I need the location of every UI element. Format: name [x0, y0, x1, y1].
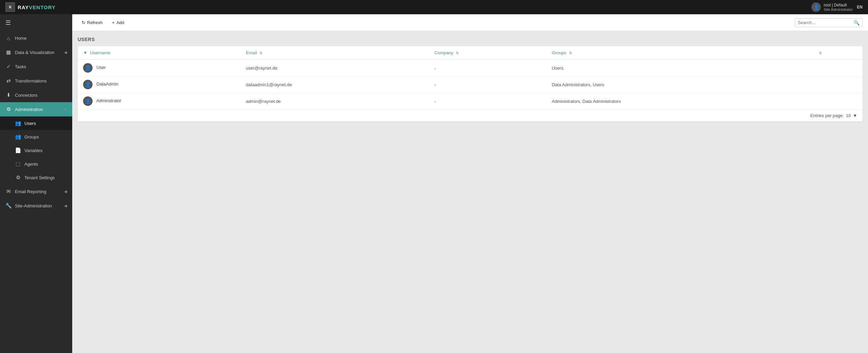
- cell-username: 👤 User: [78, 60, 240, 76]
- entries-value: 10: [846, 113, 851, 118]
- sidebar-item-connectors[interactable]: ⬇ Connectors: [0, 88, 72, 102]
- topbar: R RAYVENTORY 👤 root | Default Site Admin…: [0, 0, 868, 14]
- entries-label: Entries per page:: [810, 113, 844, 118]
- chevron-left-icon: ◀: [64, 204, 67, 208]
- sidebar-item-agents[interactable]: ⬚ Agents: [0, 157, 72, 171]
- tenant-settings-icon: ⚙: [15, 174, 21, 181]
- cell-email: admin@raynet.de: [240, 93, 429, 110]
- col-header-actions: ⇅: [812, 46, 863, 60]
- sidebar-sub-label: Users: [24, 121, 36, 126]
- transformations-icon: ⇄: [5, 78, 12, 84]
- language-badge[interactable]: EN: [857, 5, 863, 10]
- sort-icon: ⇅: [259, 51, 262, 55]
- home-icon: ⌂: [5, 35, 12, 41]
- sort-icon: ⇅: [819, 51, 822, 55]
- avatar: 👤: [811, 2, 821, 12]
- sidebar-item-label: Email Reporting: [15, 189, 61, 194]
- refresh-icon: ↻: [82, 20, 85, 25]
- sidebar-item-label: Transformations: [15, 78, 67, 83]
- add-icon: +: [112, 20, 115, 25]
- sidebar-item-transformations[interactable]: ⇄ Transformations: [0, 74, 72, 88]
- sidebar-item-label: Data & Visualization: [15, 50, 61, 55]
- logo-icon: R: [5, 2, 15, 12]
- topbar-right: 👤 root | Default Site Administrator EN: [811, 2, 863, 12]
- sidebar-item-tasks[interactable]: ✓ Tasks: [0, 59, 72, 74]
- page-content: USERS ▼ Username Email ⇅: [72, 31, 868, 353]
- refresh-label: Refresh: [87, 20, 103, 25]
- sidebar-item-variables[interactable]: 📄 Variables: [0, 144, 72, 157]
- site-admin-icon: 🔧: [5, 203, 12, 209]
- row-avatar: 👤: [83, 63, 93, 73]
- main-content: ↻ Refresh + Add 🔍 USERS: [72, 14, 868, 353]
- sidebar-item-data-visualization[interactable]: ▦ Data & Visualization ◀: [0, 45, 72, 59]
- sidebar-sub-label: Agents: [24, 162, 38, 167]
- search-box[interactable]: 🔍: [795, 18, 863, 27]
- col-header-username[interactable]: ▼ Username: [78, 46, 240, 60]
- cell-company: -: [429, 93, 546, 110]
- sort-desc-icon: ▼: [83, 50, 87, 55]
- variables-icon: 📄: [15, 147, 21, 153]
- chevron-down-icon: ▼: [63, 107, 67, 111]
- user-info: 👤 root | Default Site Administrator: [811, 2, 853, 12]
- add-button[interactable]: + Add: [108, 18, 129, 27]
- add-label: Add: [116, 20, 124, 25]
- agents-icon: ⬚: [15, 161, 21, 167]
- sidebar-item-label: Administration: [15, 107, 60, 112]
- col-header-company[interactable]: Company ⇅: [429, 46, 546, 60]
- sidebar-item-label: Site-Administration: [15, 203, 61, 208]
- table-header: ▼ Username Email ⇅ Company ⇅: [78, 46, 863, 60]
- cell-actions: [812, 76, 863, 93]
- administration-icon: ⚙: [5, 106, 12, 112]
- entries-per-page[interactable]: Entries per page: 10 ▼: [810, 113, 857, 118]
- sidebar-item-tenant-settings[interactable]: ⚙ Tenant Settings: [0, 171, 72, 184]
- cell-groups: Data Administrators, Users: [546, 76, 812, 93]
- sidebar-item-email-reporting[interactable]: ✉ Email Reporting ◀: [0, 184, 72, 199]
- user-role: Site Administrator: [824, 7, 853, 12]
- users-icon: 👥: [15, 120, 21, 126]
- cell-groups: Users: [546, 60, 812, 76]
- sidebar-toggle[interactable]: ☰: [0, 14, 72, 31]
- sort-icon: ⇅: [569, 51, 572, 55]
- sidebar-item-label: Tasks: [15, 64, 67, 69]
- tasks-icon: ✓: [5, 63, 12, 70]
- table-row[interactable]: 👤 DataAdmin dataadmin1@raynet.de - Data …: [78, 76, 863, 93]
- sidebar-item-home[interactable]: ⌂ Home: [0, 31, 72, 45]
- refresh-button[interactable]: ↻ Refresh: [78, 18, 107, 27]
- users-table-container: ▼ Username Email ⇅ Company ⇅: [78, 46, 863, 122]
- search-icon: 🔍: [854, 20, 860, 25]
- logo-text: RAYVENTORY: [18, 4, 56, 10]
- chevron-down-icon: ▼: [853, 113, 857, 118]
- cell-actions: [812, 60, 863, 76]
- row-avatar: 👤: [83, 96, 93, 106]
- sidebar-item-users[interactable]: 👥 Users: [0, 116, 72, 130]
- cell-company: -: [429, 76, 546, 93]
- search-input[interactable]: [798, 20, 854, 25]
- sidebar-sub-label: Tenant Settings: [24, 175, 55, 180]
- user-details: root | Default Site Administrator: [824, 3, 853, 12]
- user-name: root | Default: [824, 3, 853, 7]
- table-row[interactable]: 👤 Adminstrator admin@raynet.de - Adminis…: [78, 93, 863, 110]
- sidebar: ☰ ⌂ Home ▦ Data & Visualization ◀ ✓ Task…: [0, 14, 72, 353]
- cell-username: 👤 DataAdmin: [78, 76, 240, 93]
- sort-icon: ⇅: [456, 51, 459, 55]
- cell-email: dataadmin1@raynet.de: [240, 76, 429, 93]
- cell-groups: Administrators, Data Administrators: [546, 93, 812, 110]
- table-footer: Entries per page: 10 ▼: [78, 109, 863, 122]
- chevron-right-icon: ◀: [64, 50, 67, 55]
- email-reporting-icon: ✉: [5, 188, 12, 194]
- sidebar-item-administration[interactable]: ⚙ Administration ▼: [0, 102, 72, 116]
- cell-actions: [812, 93, 863, 110]
- col-header-groups[interactable]: Groups ⇅: [546, 46, 812, 60]
- cell-company: -: [429, 60, 546, 76]
- table-row[interactable]: 👤 User user@raynet.de - Users: [78, 60, 863, 76]
- cell-email: user@raynet.de: [240, 60, 429, 76]
- sidebar-sub-label: Groups: [24, 134, 39, 140]
- logo: R RAYVENTORY: [5, 2, 56, 12]
- users-table: ▼ Username Email ⇅ Company ⇅: [78, 46, 863, 109]
- sidebar-item-site-administration[interactable]: 🔧 Site-Administration ◀: [0, 199, 72, 213]
- sidebar-item-groups[interactable]: 👥 Groups: [0, 130, 72, 144]
- sidebar-item-label: Connectors: [15, 93, 67, 98]
- cell-username: 👤 Adminstrator: [78, 93, 240, 110]
- col-header-email[interactable]: Email ⇅: [240, 46, 429, 60]
- row-avatar: 👤: [83, 80, 93, 89]
